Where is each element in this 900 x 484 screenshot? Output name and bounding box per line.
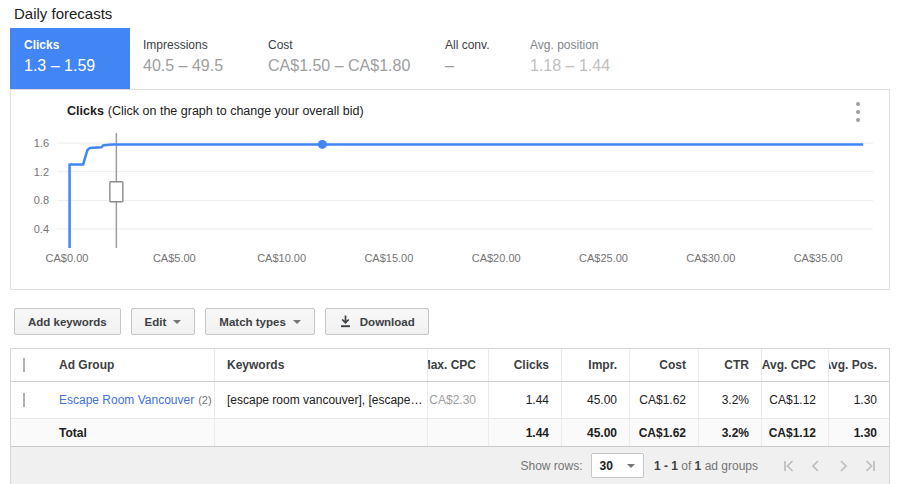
chart-title-metric: Clicks [67,104,104,118]
tab-value: 1.3 – 1.59 [24,57,122,75]
pagination-range: 1 - 1 of 1 ad groups [654,459,758,473]
row-checkbox[interactable] [23,393,25,407]
tab-label: All conv. [445,38,509,52]
first-page-icon[interactable] [780,458,798,474]
col-header-cost[interactable]: Cost [629,349,698,381]
tab-label: Clicks [24,38,122,52]
svg-text:CA$25.00: CA$25.00 [579,252,628,264]
avg-cpc-cell: CA$1.12 [761,382,828,418]
forecast-chart-panel: 1.61.20.80.4CA$0.00CA$5.00CA$10.00CA$15.… [10,89,890,290]
show-rows-label: Show rows: [520,459,582,473]
col-header-avg-pos[interactable]: Avg. Pos. [828,349,889,381]
impr-cell: 45.00 [561,382,629,418]
ctr-cell: 3.2% [698,382,761,418]
col-header-max-cpc[interactable]: Max. CPC [427,349,488,381]
total-cost: CA$1.62 [629,419,698,446]
pagination-controls [780,458,879,474]
total-avg-pos: 1.30 [828,419,889,446]
daily-forecasts-page: Daily forecasts Clicks 1.3 – 1.59 Impres… [0,0,900,484]
clicks-cell: 1.44 [488,382,561,418]
metric-tabs: Clicks 1.3 – 1.59 Impressions 40.5 – 49.… [10,28,890,89]
tab-value: – [445,57,509,75]
col-header-impr[interactable]: Impr. [561,349,629,381]
next-page-icon[interactable] [834,458,852,474]
page-title: Daily forecasts [14,5,112,22]
svg-text:CA$30.00: CA$30.00 [686,252,735,264]
select-all-checkbox[interactable] [23,358,25,372]
svg-text:0.8: 0.8 [34,194,49,206]
tab-label: Avg. position [530,38,882,52]
svg-text:1.6: 1.6 [34,137,49,149]
chevron-down-icon [173,320,181,324]
add-keywords-button[interactable]: Add keywords [14,308,121,335]
svg-text:CA$10.00: CA$10.00 [257,252,306,264]
download-icon [339,314,352,330]
total-clicks: 1.44 [488,419,561,446]
download-button[interactable]: Download [325,308,429,335]
forecast-table: Ad Group Keywords Max. CPC Clicks Impr. … [10,348,890,484]
chevron-down-icon [293,320,301,324]
prev-page-icon[interactable] [807,458,825,474]
cost-cell: CA$1.62 [629,382,698,418]
match-types-button[interactable]: Match types [205,308,314,335]
tab-impressions[interactable]: Impressions 40.5 – 49.5 [130,28,255,89]
ad-group-count: (2) [198,394,211,406]
table-total-row: Total 1.44 45.00 CA$1.62 3.2% CA$1.12 1.… [11,419,889,447]
table-footer: Show rows: 30 1 - 1 of 1 ad groups [11,447,889,484]
chart-title-note: (Click on the graph to change your overa… [108,104,364,118]
tab-avg-position[interactable]: Avg. position 1.18 – 1.44 [517,28,890,89]
tab-label: Cost [268,38,424,52]
col-header-clicks[interactable]: Clicks [488,349,561,381]
svg-text:CA$5.00: CA$5.00 [153,252,196,264]
last-page-icon[interactable] [861,458,879,474]
chart-menu-kebab-icon[interactable] [853,102,863,126]
svg-text:CA$35.00: CA$35.00 [794,252,843,264]
total-label: Total [47,426,214,440]
tab-all-conv[interactable]: All conv. – [432,28,517,89]
rows-per-page-select[interactable]: 30 [591,453,644,478]
tab-value: 1.18 – 1.44 [530,57,882,75]
table-row: Escape Room Vancouver(2) [escape room va… [11,382,889,419]
total-avg-cpc: CA$1.12 [761,419,828,446]
table-toolbar: Add keywords Edit Match types Download [14,308,429,335]
svg-text:0.4: 0.4 [34,223,49,235]
bid-clicks-chart[interactable]: 1.61.20.80.4CA$0.00CA$5.00CA$10.00CA$15.… [11,90,889,289]
header-checkbox-cell [11,358,47,372]
col-header-keywords[interactable]: Keywords [214,349,427,381]
col-header-ctr[interactable]: CTR [698,349,761,381]
avg-pos-cell: 1.30 [828,382,889,418]
match-types-button-label: Match types [219,316,285,328]
col-header-ad-group[interactable]: Ad Group [47,358,214,372]
download-button-label: Download [360,316,415,328]
ad-group-cell: Escape Room Vancouver(2) [47,393,214,407]
svg-text:CA$0.00: CA$0.00 [46,252,89,264]
ad-group-link[interactable]: Escape Room Vancouver [59,393,194,407]
tab-label: Impressions [143,38,247,52]
chart-title: Clicks(Click on the graph to change your… [67,104,364,118]
chevron-down-icon [627,464,635,468]
tab-value: CA$1.50 – CA$1.80 [268,57,424,75]
clicks-forecast-line [70,144,864,248]
tab-cost[interactable]: Cost CA$1.50 – CA$1.80 [255,28,432,89]
total-ctr: 3.2% [698,419,761,446]
svg-text:1.2: 1.2 [34,166,49,178]
col-header-avg-cpc[interactable]: Avg. CPC [761,349,828,381]
keywords-cell[interactable]: [escape room vancouver], [escape… [214,382,427,418]
tab-value: 40.5 – 49.5 [143,57,247,75]
total-impr: 45.00 [561,419,629,446]
table-header-row: Ad Group Keywords Max. CPC Clicks Impr. … [11,349,889,382]
svg-text:CA$20.00: CA$20.00 [472,252,521,264]
forecast-point-dot [318,140,327,149]
edit-button[interactable]: Edit [131,308,196,335]
edit-button-label: Edit [145,316,167,328]
rows-per-page-value: 30 [600,459,613,473]
row-checkbox-cell [11,393,47,407]
tab-clicks[interactable]: Clicks 1.3 – 1.59 [10,28,130,89]
svg-text:CA$15.00: CA$15.00 [364,252,413,264]
max-cpc-cell[interactable]: CA$2.30 [427,382,488,418]
bid-slider-handle[interactable] [110,182,123,202]
